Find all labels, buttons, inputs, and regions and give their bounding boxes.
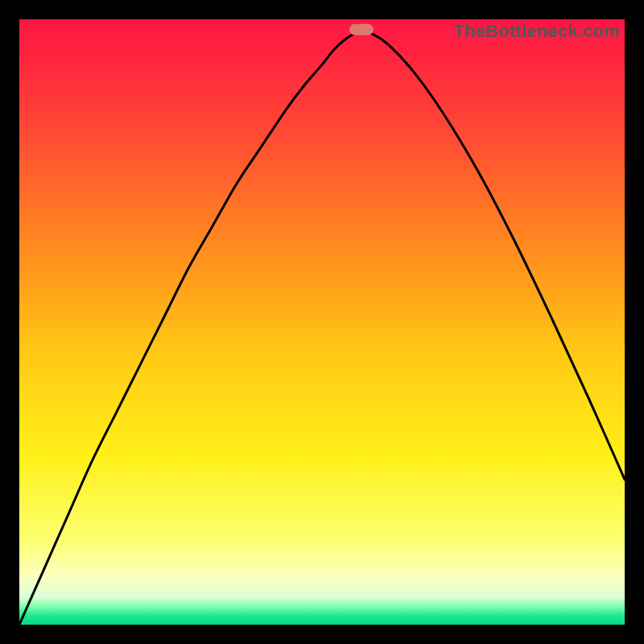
plot-area: TheBottleneck.com [19, 19, 625, 625]
chart-svg [19, 19, 625, 625]
chart-frame: TheBottleneck.com [0, 0, 644, 644]
gradient-background [19, 19, 625, 625]
watermark-text: TheBottleneck.com [454, 21, 620, 42]
minimum-marker [349, 24, 374, 35]
